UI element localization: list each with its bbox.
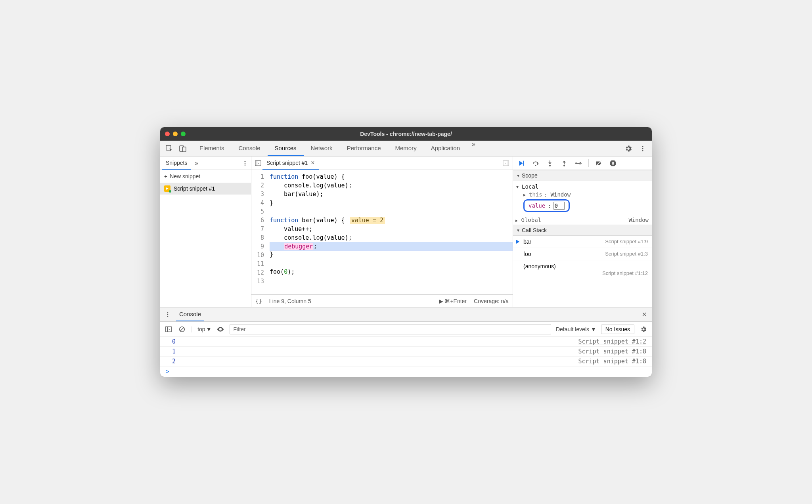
device-toggle-icon[interactable] — [178, 144, 187, 153]
deactivate-breakpoints-icon[interactable] — [594, 159, 603, 168]
debugger-toolbar — [513, 157, 652, 170]
svg-point-23 — [167, 316, 169, 317]
callstack-header[interactable]: ▼Call Stack — [513, 225, 652, 236]
console-filter-input[interactable] — [230, 324, 551, 334]
editor-tabbar: Script snippet #1 × — [251, 157, 513, 170]
window-zoom-icon[interactable] — [181, 132, 186, 136]
step-icon[interactable] — [574, 159, 583, 168]
scope-local-header[interactable]: ▼Local — [516, 183, 652, 191]
console-log-row: 1 Script snippet #1:8 — [160, 347, 652, 357]
tab-sources[interactable]: Sources — [268, 141, 304, 156]
window-close-icon[interactable] — [165, 132, 170, 136]
console-toolbar: | top ▼ Default levels ▼ No Issues — [160, 322, 652, 337]
console-log-row: 0 Script snippet #1:2 — [160, 337, 652, 347]
svg-rect-24 — [166, 326, 171, 332]
inspect-element-icon[interactable] — [165, 144, 174, 153]
svg-point-21 — [167, 312, 169, 313]
scope-header[interactable]: ▼Scope — [513, 170, 652, 181]
cursor-position: Line 9, Column 5 — [269, 298, 311, 304]
clear-console-icon[interactable] — [178, 325, 186, 334]
console-context-select[interactable]: top ▼ — [197, 326, 211, 332]
inspect-group — [160, 141, 192, 156]
callstack-frame-anonymous[interactable]: (anonymous) — [513, 260, 652, 270]
callstack-frame[interactable]: bar Script snippet #1:9 — [513, 236, 652, 248]
toggle-debugger-icon[interactable] — [502, 159, 510, 168]
svg-rect-20 — [613, 162, 614, 164]
svg-point-4 — [642, 148, 643, 149]
run-snippet-button[interactable]: ▶ ⌘+Enter — [439, 298, 467, 304]
tab-memory[interactable]: Memory — [388, 141, 424, 156]
svg-point-22 — [167, 314, 169, 315]
pause-exceptions-icon[interactable] — [609, 159, 617, 168]
drawer-more-icon[interactable] — [163, 310, 172, 319]
scope-value-row[interactable]: value: — [516, 199, 652, 213]
tab-application[interactable]: Application — [424, 141, 467, 156]
console-source-link[interactable]: Script snippet #1:8 — [578, 358, 646, 365]
drawer-close-icon[interactable]: × — [640, 310, 649, 319]
console-sidebar-toggle-icon[interactable] — [164, 325, 173, 334]
tab-performance[interactable]: Performance — [340, 141, 388, 156]
issues-button[interactable]: No Issues — [601, 325, 634, 334]
step-over-icon[interactable] — [531, 159, 540, 168]
callstack-frame[interactable]: foo Script snippet #1:3 — [513, 248, 652, 260]
callstack-frame-location: Script snippet #1:12 — [513, 270, 652, 279]
snippet-item-label: Script snippet #1 — [174, 185, 215, 192]
svg-line-27 — [180, 327, 184, 331]
editor-statusbar: {} Line 9, Column 5 ▶ ⌘+Enter Coverage: … — [251, 294, 513, 307]
resume-icon[interactable] — [517, 159, 526, 168]
tabstrip-right — [624, 144, 652, 153]
console-drawer: Console × | top ▼ Default levels ▼ No Is… — [160, 307, 652, 377]
coverage-status: Coverage: n/a — [474, 298, 509, 304]
navigator-sidebar: Snippets » + New snippet Script snippet … — [160, 157, 251, 307]
navigator-tabs: Snippets » — [160, 157, 251, 170]
inline-value-annotation: value = 2 — [350, 217, 385, 224]
svg-point-7 — [245, 162, 246, 164]
step-into-icon[interactable] — [546, 159, 554, 168]
settings-icon[interactable] — [624, 144, 633, 153]
console-levels-select[interactable]: Default levels ▼ — [556, 326, 596, 332]
snippet-item[interactable]: Script snippet #1 — [160, 183, 251, 195]
main-tabs: Elements Console Sources Network Perform… — [192, 141, 480, 156]
drawer-tab-console[interactable]: Console — [176, 307, 204, 321]
scope-global-row[interactable]: ▶ Global Window — [513, 216, 652, 225]
titlebar: DevTools - chrome://new-tab-page/ — [160, 127, 652, 141]
tab-console[interactable]: Console — [232, 141, 268, 156]
main-tabstrip: Elements Console Sources Network Perform… — [160, 141, 652, 157]
editor-tab-label: Script snippet #1 — [266, 160, 308, 166]
close-icon[interactable]: × — [311, 159, 314, 166]
editor-file-tab[interactable]: Script snippet #1 × — [262, 157, 319, 170]
scope-value-input[interactable] — [553, 202, 565, 210]
svg-point-8 — [245, 164, 246, 166]
navigator-tab-snippets[interactable]: Snippets — [162, 157, 191, 170]
more-icon[interactable] — [638, 144, 647, 153]
snippet-file-icon — [164, 185, 170, 192]
window-title: DevTools - chrome://new-tab-page/ — [160, 131, 652, 137]
svg-rect-19 — [612, 162, 613, 164]
scope-value-edit[interactable]: value: — [523, 199, 570, 212]
navigator-more-icon[interactable] — [241, 159, 249, 168]
live-expression-icon[interactable] — [216, 325, 225, 334]
editor-pane: Script snippet #1 × 12345678910111213 fu… — [251, 157, 513, 307]
drawer-tabs: Console × — [160, 307, 652, 322]
code-editor[interactable]: 12345678910111213 function foo(value) { … — [251, 170, 513, 294]
svg-point-6 — [245, 161, 246, 162]
scope-this-row[interactable]: ▶this: Window — [516, 191, 652, 199]
tab-network[interactable]: Network — [304, 141, 340, 156]
callstack-list: bar Script snippet #1:9 foo Script snipp… — [513, 236, 652, 279]
console-prompt[interactable]: > — [160, 367, 652, 377]
step-out-icon[interactable] — [560, 159, 569, 168]
svg-point-3 — [642, 146, 643, 147]
debugger-sidebar: ▼Scope ▼Local ▶this: Window value: ▶ Glo… — [513, 157, 652, 307]
console-source-link[interactable]: Script snippet #1:8 — [578, 348, 646, 355]
console-body: 0 Script snippet #1:2 1 Script snippet #… — [160, 337, 652, 377]
pretty-print-icon[interactable]: {} — [255, 298, 262, 304]
console-settings-icon[interactable] — [639, 325, 648, 334]
toggle-navigator-icon[interactable] — [254, 159, 262, 168]
console-source-link[interactable]: Script snippet #1:2 — [578, 338, 646, 345]
tab-elements[interactable]: Elements — [192, 141, 232, 156]
navigator-overflow-icon[interactable]: » — [192, 159, 201, 168]
devtools-window: DevTools - chrome://new-tab-page/ Elemen… — [160, 127, 652, 377]
window-minimize-icon[interactable] — [173, 132, 178, 136]
new-snippet-button[interactable]: + New snippet — [160, 170, 251, 183]
tabs-overflow-icon[interactable]: » — [467, 141, 480, 156]
